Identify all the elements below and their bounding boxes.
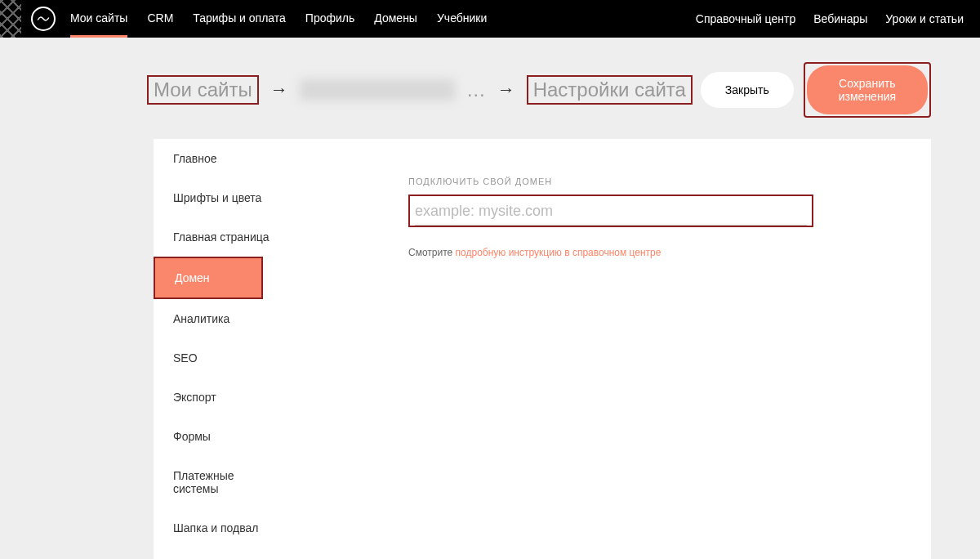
nav-item[interactable]: CRM (147, 0, 173, 38)
nav-item[interactable]: Уроки и статьи (885, 12, 964, 25)
arrow-icon: → (497, 79, 515, 101)
nav-item[interactable]: Мои сайты (70, 0, 127, 38)
sidebar-item[interactable]: Главная страница (154, 217, 299, 257)
sidebar-item[interactable]: Экспорт (154, 378, 299, 417)
nav-right: Справочный центрВебинарыУроки и статьи (696, 12, 964, 25)
tilda-logo-icon[interactable] (31, 7, 56, 31)
sidebar-item[interactable]: Аналитика (154, 299, 299, 338)
close-button[interactable]: Закрыть (701, 72, 794, 108)
nav-item[interactable]: Тарифы и оплата (193, 0, 286, 38)
sidebar-item[interactable]: Формы (154, 417, 299, 456)
sidebar-item[interactable]: Главное (154, 139, 299, 178)
domain-input[interactable] (415, 198, 807, 226)
nav-item[interactable]: Профиль (305, 0, 354, 38)
breadcrumb: Мои сайты → … → Настройки сайта (147, 75, 693, 105)
breadcrumb-ellipsis: … (466, 78, 486, 101)
nav-item[interactable]: Учебники (437, 0, 487, 38)
breadcrumb-site-name[interactable] (300, 79, 455, 101)
breadcrumb-root[interactable]: Мои сайты (147, 75, 259, 105)
nav-left: Мои сайтыCRMТарифы и оплатаПрофильДомены… (70, 0, 487, 38)
sidebar-item[interactable]: Шапка и подвал (154, 508, 299, 548)
sidebar-item[interactable]: Домен (155, 258, 261, 297)
header-row: Мои сайты → … → Настройки сайта Закрыть … (0, 38, 980, 139)
nav-item[interactable]: Справочный центр (696, 12, 795, 25)
sidebar-item[interactable]: Платежные системы (154, 456, 299, 508)
topbar: Мои сайтыCRMТарифы и оплатаПрофильДомены… (0, 0, 980, 38)
sidebar-item[interactable]: SEO (154, 338, 299, 378)
sidebar-item[interactable]: Шрифты и цвета (154, 178, 299, 217)
domain-hint-prefix: Смотрите (408, 247, 456, 258)
nav-item[interactable]: Домены (374, 0, 417, 38)
breadcrumb-current: Настройки сайта (527, 75, 693, 105)
content: ГлавноеШрифты и цветаГлавная страницаДом… (0, 139, 980, 559)
save-button[interactable]: Сохранить изменения (807, 65, 928, 114)
arrow-icon: → (270, 79, 288, 101)
settings-sidebar: ГлавноеШрифты и цветаГлавная страницаДом… (154, 139, 299, 559)
domain-section-label: ПОДКЛЮЧИТЬ СВОЙ ДОМЕН (408, 177, 931, 186)
sidebar-item[interactable]: Действия (154, 548, 299, 559)
domain-hint: Смотрите подробную инструкцию в справочн… (408, 247, 931, 258)
header-actions: Закрыть Сохранить изменения (701, 62, 931, 118)
nav-item[interactable]: Вебинары (813, 12, 867, 25)
domain-hint-link[interactable]: подробную инструкцию в справочном центре (456, 247, 662, 258)
zigzag-decoration (0, 0, 21, 38)
domain-panel: ПОДКЛЮЧИТЬ СВОЙ ДОМЕН Смотрите подробную… (299, 139, 931, 559)
